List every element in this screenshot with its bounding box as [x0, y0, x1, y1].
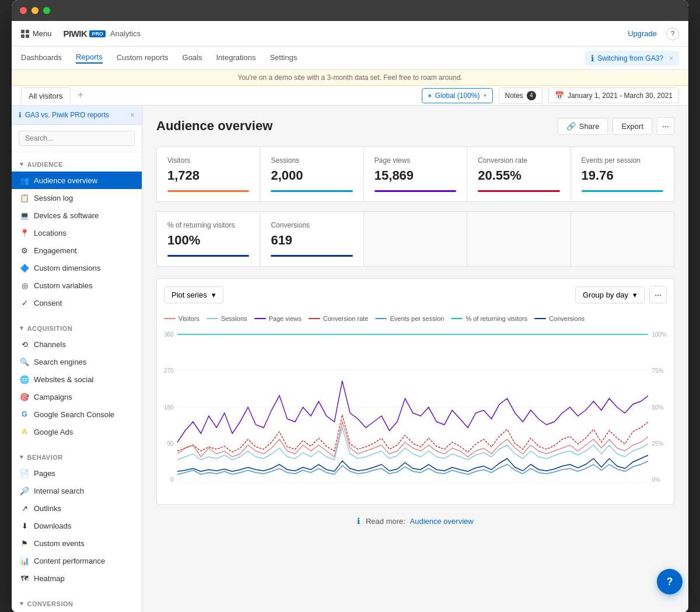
- top-nav: Menu PIWIK PRO Analytics Upgrade ?: [12, 21, 688, 47]
- sidebar-item-campaigns[interactable]: 🎯 Campaigns: [12, 388, 142, 405]
- sidebar-item-heatmap[interactable]: 🗺 Heatmap: [12, 569, 142, 587]
- sidebar-label-pages: Pages: [34, 469, 55, 478]
- close-sidebar-banner[interactable]: ×: [130, 110, 135, 120]
- pageviews-bar: [374, 190, 456, 192]
- legend-returning: % of returning visitors: [451, 315, 527, 322]
- legend-conversions-dot: [534, 318, 546, 319]
- demo-banner: You're on a demo site with a 3-month dat…: [12, 70, 688, 86]
- upgrade-button[interactable]: Upgrade: [628, 29, 657, 38]
- help-button[interactable]: ?: [666, 27, 679, 40]
- legend-conversion-rate-label: Conversion rate: [323, 315, 369, 322]
- nav-settings[interactable]: Settings: [270, 53, 297, 63]
- downloads-icon: ⬇: [20, 521, 29, 530]
- more-options-button[interactable]: ···: [657, 117, 674, 135]
- metrics-row-2: % of returning visitors 100% Conversions…: [156, 211, 674, 267]
- internal-search-icon: 🔎: [20, 486, 29, 495]
- outlinks-icon: ↗: [20, 503, 29, 513]
- ga3-sidebar-banner[interactable]: ℹ GA3 vs. Piwik PRO reports ×: [12, 106, 142, 125]
- metric-empty-3: [571, 212, 674, 266]
- chart-more-button[interactable]: ···: [649, 286, 667, 303]
- sidebar-item-pages[interactable]: 📄 Pages: [12, 464, 142, 482]
- sidebar-item-custom-dimensions[interactable]: 🔷 Custom dimensions: [12, 259, 142, 277]
- menu-label: Menu: [33, 29, 52, 38]
- minimize-traffic-light[interactable]: [32, 7, 38, 14]
- conversions-label: Conversions: [271, 221, 352, 229]
- conversion-rate-bar: [478, 190, 559, 192]
- legend-pageviews-dot: [254, 318, 266, 319]
- plot-series-label: Plot series: [172, 291, 207, 299]
- acquisition-header[interactable]: ▾ ACQUISITION: [12, 321, 142, 335]
- sidebar-item-search-engines[interactable]: 🔍 Search engines: [12, 353, 142, 370]
- plot-series-button[interactable]: Plot series ▾: [164, 286, 223, 303]
- sidebar-label-search-engines: Search engines: [34, 358, 86, 366]
- nav-reports[interactable]: Reports: [76, 53, 103, 64]
- nav-goals[interactable]: Goals: [183, 53, 202, 63]
- heatmap-icon: 🗺: [20, 573, 29, 583]
- segment-selector[interactable]: ● Global (100%) ▾: [422, 88, 493, 103]
- sub-nav: Dashboards Reports Custom reports Goals …: [12, 47, 688, 70]
- channels-icon: ⟲: [20, 340, 29, 349]
- date-range-button[interactable]: 📅 January 1, 2021 - March 30, 2021: [548, 88, 679, 103]
- metric-pageviews: Page views 15,869: [364, 147, 467, 201]
- demo-text: You're on a demo site with a 3-month dat…: [237, 74, 462, 82]
- sidebar-item-internal-search[interactable]: 🔎 Internal search: [12, 482, 142, 499]
- nav-custom-reports[interactable]: Custom reports: [117, 53, 169, 63]
- search-input[interactable]: [19, 131, 135, 146]
- content-area: ℹ GA3 vs. Piwik PRO reports × ▾ AUDIENCE…: [12, 106, 688, 612]
- audience-section: ▾ AUDIENCE 👥 Audience overview 📋 Session…: [12, 152, 142, 316]
- sidebar-item-session-log[interactable]: 📋 Session log: [12, 189, 142, 207]
- fullscreen-traffic-light[interactable]: [43, 7, 50, 14]
- notes-label: Notes: [505, 92, 523, 100]
- session-log-icon: 📋: [20, 193, 29, 202]
- sidebar-item-websites-social[interactable]: 🌐 Websites & social: [12, 370, 142, 388]
- sidebar-item-google-ads[interactable]: A Google Ads: [12, 423, 142, 440]
- metric-conversions: Conversions 619: [260, 212, 363, 266]
- conversion-header[interactable]: ▾ CONVERSION: [12, 596, 142, 611]
- audience-header[interactable]: ▾ AUDIENCE: [12, 157, 142, 172]
- close-ga3-banner[interactable]: ×: [669, 54, 673, 62]
- sidebar-item-content-performance[interactable]: 📊 Content performance: [12, 552, 142, 569]
- sidebar-item-custom-variables[interactable]: ◎ Custom variables: [12, 277, 142, 294]
- custom-events-icon: ⚑: [20, 538, 29, 548]
- sidebar-item-consent[interactable]: ✓ Consent: [12, 294, 142, 312]
- notes-button[interactable]: Notes 4: [499, 88, 542, 104]
- sidebar-item-devices-software[interactable]: 💻 Devices & software: [12, 207, 142, 224]
- nav-dashboards[interactable]: Dashboards: [21, 53, 62, 63]
- add-tab-button[interactable]: +: [71, 86, 91, 105]
- read-more-link[interactable]: Audience overview: [410, 517, 474, 526]
- conversion-rate-label: Conversion rate: [478, 156, 559, 165]
- y-axis-right: 100% 75% 50% 25% 0%: [648, 331, 667, 483]
- share-button[interactable]: 🔗 Share: [558, 118, 608, 135]
- chart-plot: 2/Jan 5/Jan 8/Jan 11/Jan 14/Jan 17/Jan 2…: [177, 331, 649, 485]
- campaigns-icon: 🎯: [20, 392, 29, 401]
- behavior-header[interactable]: ▾ BEHAVIOR: [12, 450, 142, 464]
- group-by-button[interactable]: Group by day ▾: [575, 286, 645, 303]
- legend-sessions-dot: [206, 318, 218, 319]
- nav-integrations[interactable]: Integrations: [216, 53, 256, 63]
- menu-button[interactable]: Menu: [21, 29, 52, 38]
- help-fab-button[interactable]: ?: [657, 569, 682, 594]
- devices-icon: 💻: [20, 211, 29, 220]
- ga3-banner-inline[interactable]: ℹ Switching from GA3? ×: [585, 51, 679, 66]
- returning-value: 100%: [167, 233, 249, 248]
- legend-returning-dot: [451, 318, 463, 319]
- close-traffic-light[interactable]: [20, 7, 27, 14]
- sidebar-item-downloads[interactable]: ⬇ Downloads: [12, 517, 142, 534]
- sidebar-item-outlinks[interactable]: ↗ Outlinks: [12, 499, 142, 517]
- export-button[interactable]: Export: [612, 118, 652, 135]
- logo: PIWIK PRO Analytics: [64, 29, 141, 39]
- group-by-chevron: ▾: [633, 291, 637, 299]
- sidebar-item-custom-events[interactable]: ⚑ Custom events: [12, 534, 142, 552]
- main-content: Audience overview 🔗 Share Export ··· Vis…: [142, 106, 688, 612]
- sidebar-item-engagement[interactable]: ⚙ Engagement: [12, 242, 142, 259]
- all-visitors-tab[interactable]: All visitors: [21, 88, 71, 104]
- legend-returning-label: % of returning visitors: [466, 315, 527, 322]
- visitors-bar: [167, 190, 249, 192]
- segment-chevron: ▾: [484, 92, 487, 99]
- custom-variables-icon: ◎: [20, 281, 29, 290]
- sidebar-item-google-search-console[interactable]: G Google Search Console: [12, 405, 142, 423]
- sidebar-item-locations[interactable]: 📍 Locations: [12, 224, 142, 242]
- date-range-label: January 1, 2021 - March 30, 2021: [568, 92, 673, 100]
- sidebar-item-audience-overview[interactable]: 👥 Audience overview: [12, 172, 142, 189]
- sidebar-item-channels[interactable]: ⟲ Channels: [12, 335, 142, 353]
